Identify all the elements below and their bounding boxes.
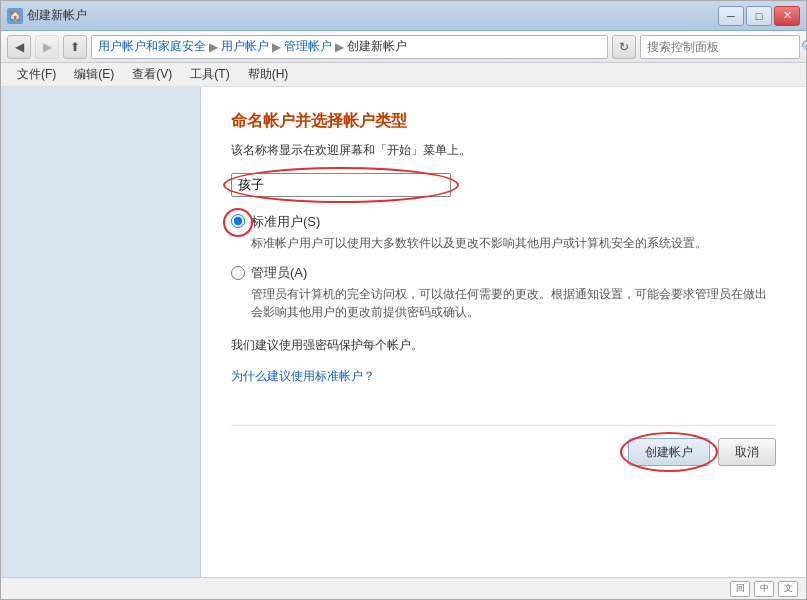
window-title: 创建新帐户 xyxy=(27,7,87,24)
menu-bar: 文件(F) 编辑(E) 查看(V) 工具(T) 帮助(H) xyxy=(1,63,806,87)
forward-button: ▶ xyxy=(35,35,59,59)
create-account-button[interactable]: 创建帐户 xyxy=(628,438,710,466)
name-input-wrapper xyxy=(231,173,451,197)
content-area: 命名帐户并选择帐户类型 该名称将显示在欢迎屏幕和「开始」菜单上。 标准用户(S) xyxy=(1,87,806,577)
breadcrumb-sep-3: ▶ xyxy=(335,40,344,54)
refresh-button[interactable]: ↻ xyxy=(612,35,636,59)
breadcrumb-item-2[interactable]: 用户帐户 xyxy=(221,38,269,55)
standard-user-radio[interactable] xyxy=(231,214,245,228)
breadcrumb-sep-1: ▶ xyxy=(209,40,218,54)
main-window: 🏠 创建新帐户 ─ □ ✕ ◀ ▶ ⬆ 用户帐户和家庭安全 ▶ 用户帐户 ▶ 管… xyxy=(0,0,807,600)
main-panel: 命名帐户并选择帐户类型 该名称将显示在欢迎屏幕和「开始」菜单上。 标准用户(S) xyxy=(201,87,806,577)
breadcrumb-sep-2: ▶ xyxy=(272,40,281,54)
password-note: 我们建议使用强密码保护每个帐户。 xyxy=(231,337,776,354)
breadcrumb-item-1[interactable]: 用户帐户和家庭安全 xyxy=(98,38,206,55)
standard-user-description: 标准帐户用户可以使用大多数软件以及更改不影响其他用户或计算机安全的系统设置。 xyxy=(251,234,776,252)
close-button[interactable]: ✕ xyxy=(774,6,800,26)
status-icon-1: 回 xyxy=(730,581,750,597)
menu-file[interactable]: 文件(F) xyxy=(9,64,64,85)
minimize-button[interactable]: ─ xyxy=(718,6,744,26)
why-standard-link[interactable]: 为什么建议使用标准帐户？ xyxy=(231,368,375,385)
breadcrumb-bar: 用户帐户和家庭安全 ▶ 用户帐户 ▶ 管理帐户 ▶ 创建新帐户 xyxy=(91,35,608,59)
maximize-button[interactable]: □ xyxy=(746,6,772,26)
back-button[interactable]: ◀ xyxy=(7,35,31,59)
standard-user-label-row: 标准用户(S) xyxy=(231,213,776,231)
admin-user-label-row: 管理员(A) xyxy=(231,264,776,282)
breadcrumb-current: 创建新帐户 xyxy=(347,38,407,55)
page-title: 命名帐户并选择帐户类型 xyxy=(231,111,776,132)
left-panel xyxy=(1,87,201,577)
standard-radio-wrapper xyxy=(231,214,245,231)
standard-user-option: 标准用户(S) 标准帐户用户可以使用大多数软件以及更改不影响其他用户或计算机安全… xyxy=(231,213,776,252)
admin-user-label[interactable]: 管理员(A) xyxy=(251,264,307,282)
search-box[interactable]: 🔍 xyxy=(640,35,800,59)
menu-view[interactable]: 查看(V) xyxy=(124,64,180,85)
radio-group: 标准用户(S) 标准帐户用户可以使用大多数软件以及更改不影响其他用户或计算机安全… xyxy=(231,213,776,321)
up-button[interactable]: ⬆ xyxy=(63,35,87,59)
create-button-wrapper: 创建帐户 xyxy=(628,438,710,466)
menu-help[interactable]: 帮助(H) xyxy=(240,64,297,85)
admin-user-radio[interactable] xyxy=(231,266,245,280)
admin-user-description: 管理员有计算机的完全访问权，可以做任何需要的更改。根据通知设置，可能会要求管理员… xyxy=(251,285,776,321)
button-area: 创建帐户 取消 xyxy=(231,425,776,466)
status-icon-2: 中 xyxy=(754,581,774,597)
title-bar-left: 🏠 创建新帐户 xyxy=(7,7,87,24)
menu-tools[interactable]: 工具(T) xyxy=(182,64,237,85)
page-subtitle: 该名称将显示在欢迎屏幕和「开始」菜单上。 xyxy=(231,142,776,159)
status-icon-3: 文 xyxy=(778,581,798,597)
admin-user-option: 管理员(A) 管理员有计算机的完全访问权，可以做任何需要的更改。根据通知设置，可… xyxy=(231,264,776,321)
search-input[interactable] xyxy=(647,40,797,54)
title-bar-buttons: ─ □ ✕ xyxy=(718,6,800,26)
menu-edit[interactable]: 编辑(E) xyxy=(66,64,122,85)
standard-user-label[interactable]: 标准用户(S) xyxy=(251,213,320,231)
window-icon: 🏠 xyxy=(7,8,23,24)
title-bar: 🏠 创建新帐户 ─ □ ✕ xyxy=(1,1,806,31)
status-bar: 回 中 文 xyxy=(1,577,806,599)
account-name-input[interactable] xyxy=(231,173,451,197)
search-icon: 🔍 xyxy=(801,40,807,54)
cancel-button[interactable]: 取消 xyxy=(718,438,776,466)
breadcrumb-item-3[interactable]: 管理帐户 xyxy=(284,38,332,55)
nav-bar: ◀ ▶ ⬆ 用户帐户和家庭安全 ▶ 用户帐户 ▶ 管理帐户 ▶ 创建新帐户 ↻ … xyxy=(1,31,806,63)
